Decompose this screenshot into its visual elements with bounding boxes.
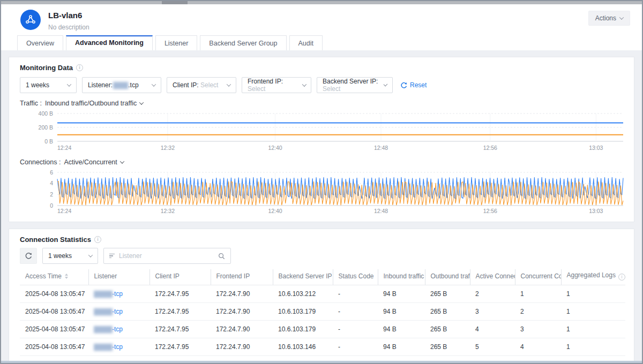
svg-text:12:56: 12:56 (483, 208, 497, 214)
cell-concurrent: 4 (515, 338, 561, 356)
cell-concurrent: 1 (515, 285, 561, 303)
info-icon[interactable] (94, 236, 101, 243)
client-ip-select[interactable]: Client IP: Select (167, 77, 236, 93)
svg-text:12:56: 12:56 (483, 145, 497, 151)
search-icon (218, 253, 225, 260)
cell-inbound: 94 B (378, 338, 425, 356)
listener-link[interactable]: █████-tcp (94, 290, 123, 298)
listener-link[interactable]: █████-tcp (94, 325, 123, 333)
cell-active: 3 (470, 303, 515, 321)
cell-frontend_ip: 172.24.7.90 (211, 285, 273, 303)
search-placeholder: Listener (119, 252, 142, 260)
tab-backend-server-group[interactable]: Backend Server Group (200, 35, 286, 50)
cell-backend_ip: 10.6.103.179 (273, 321, 333, 338)
cell-backend_ip: 10.6.103.179 (273, 303, 333, 321)
cell-status_code: - (333, 303, 378, 321)
table-row: 2025-04-08 13:05:47█████-tcp172.24.7.951… (20, 338, 625, 356)
tab-advanced-monitoring[interactable]: Advanced Monitoring (66, 35, 153, 50)
page-title: LB-vlan6 (48, 11, 89, 20)
cell-logs: 1 (561, 338, 625, 356)
traffic-metric-select[interactable]: Inbound traffic/Outbound traffic (45, 100, 137, 107)
cell-status_code: - (333, 285, 378, 303)
cell-listener: █████-tcp (88, 321, 149, 338)
cell-status_code: - (333, 338, 378, 356)
column-header-backend-server-ip: Backend Server IP (273, 269, 333, 285)
backend-server-ip-select[interactable]: Backend Server IP: Select (317, 77, 393, 93)
tab-audit[interactable]: Audit (289, 35, 323, 50)
svg-text:12:40: 12:40 (268, 145, 282, 151)
cell-logs: 1 (561, 321, 625, 338)
time-range-select[interactable]: 1 weeks (20, 77, 77, 93)
svg-text:12:48: 12:48 (374, 208, 388, 214)
connection-statistics-table: Access TimeListenerClient IPFrontend IPB… (20, 269, 625, 356)
tab-overview[interactable]: Overview (17, 35, 63, 50)
svg-text:4: 4 (50, 180, 53, 186)
cell-listener: █████-tcp (88, 338, 149, 356)
table-row: 2025-04-08 13:05:47█████-tcp172.24.7.951… (20, 303, 625, 321)
stats-time-range-select[interactable]: 1 weeks (42, 248, 98, 264)
tab-listener[interactable]: Listener (155, 35, 197, 50)
cell-client_ip: 172.24.7.95 (149, 285, 211, 303)
traffic-chart: 0 B200 B400 B12:2412:3212:4012:4812:5613… (20, 109, 625, 153)
svg-text:12:40: 12:40 (268, 208, 282, 214)
svg-text:13:03: 13:03 (589, 145, 603, 151)
monitoring-data-title: Monitoring Data (20, 64, 73, 72)
svg-text:12:48: 12:48 (374, 145, 388, 151)
cell-backend_ip: 10.6.103.146 (273, 338, 333, 356)
monitoring-filters: 1 weeks Listener: ████ .tcp Client IP: S… (20, 77, 623, 93)
load-balancer-icon (20, 10, 41, 30)
horizontal-scrollbar[interactable] (1, 361, 642, 363)
cell-outbound: 265 B (425, 285, 470, 303)
listener-link[interactable]: █████-tcp (94, 308, 123, 315)
connections-chart: 024612:2412:3212:4012:4812:5613:03 (20, 168, 625, 216)
chevron-down-icon (619, 15, 624, 19)
column-header-outbound-traf: Outbound traf... (425, 269, 470, 285)
chevron-down-icon (384, 82, 388, 87)
cell-active: 4 (470, 321, 515, 338)
info-icon[interactable] (618, 274, 625, 280)
info-icon[interactable] (76, 64, 83, 71)
cell-logs: 1 (561, 285, 625, 303)
svg-text:2: 2 (50, 191, 53, 198)
redacted-listener-name: █████ (94, 308, 112, 315)
cell-client_ip: 172.24.7.95 (149, 303, 211, 321)
filter-icon (109, 254, 115, 259)
svg-text:12:24: 12:24 (57, 145, 71, 151)
svg-text:6: 6 (50, 169, 53, 176)
redacted-listener-name: █████ (94, 344, 112, 350)
cell-access_time: 2025-04-08 13:05:47 (20, 285, 88, 303)
cell-active: 2 (470, 285, 515, 303)
lb-detail-window: LB-vlan6 No description Actions Overview… (0, 0, 643, 364)
column-header-client-ip: Client IP (149, 269, 211, 285)
chevron-down-icon (227, 82, 231, 86)
column-header-inbound-traffic: Inbound traffic (378, 269, 425, 285)
refresh-icon (25, 252, 32, 260)
listener-search-input[interactable]: Listener (103, 248, 231, 264)
actions-button[interactable]: Actions (588, 11, 630, 26)
chevron-down-icon (139, 100, 144, 104)
column-header-access-time[interactable]: Access Time (20, 269, 88, 285)
column-header-status-code: Status Code (333, 269, 378, 285)
reset-button[interactable]: Reset (400, 81, 427, 89)
redacted-listener-name: ████ (113, 82, 128, 88)
connection-statistics-card: Connection Statistics 1 weeks Listener (9, 229, 634, 362)
refresh-button[interactable] (20, 248, 37, 264)
frontend-ip-select[interactable]: Frontend IP: Select (242, 77, 311, 93)
cell-inbound: 94 B (378, 321, 425, 338)
monitoring-data-card: Monitoring Data 1 weeks Listener: ████ .… (9, 57, 634, 222)
connections-metric-select[interactable]: Active/Concurrent (64, 158, 117, 166)
cell-frontend_ip: 172.24.7.90 (211, 338, 273, 356)
cell-access_time: 2025-04-08 13:05:47 (20, 303, 88, 321)
sort-icon[interactable] (65, 274, 68, 279)
svg-text:12:32: 12:32 (161, 145, 175, 151)
listener-select[interactable]: Listener: ████ .tcp (82, 77, 161, 93)
column-header-active-connec: Active Connec... (470, 269, 515, 285)
column-header-frontend-ip: Frontend IP (211, 269, 273, 285)
cell-status_code: - (333, 321, 378, 338)
listener-link[interactable]: █████-tcp (94, 343, 123, 351)
svg-text:200 B: 200 B (39, 124, 53, 131)
svg-text:0: 0 (50, 202, 53, 209)
cell-client_ip: 172.24.7.95 (149, 321, 211, 338)
chevron-down-icon (88, 253, 93, 257)
chevron-down-icon (67, 82, 71, 86)
